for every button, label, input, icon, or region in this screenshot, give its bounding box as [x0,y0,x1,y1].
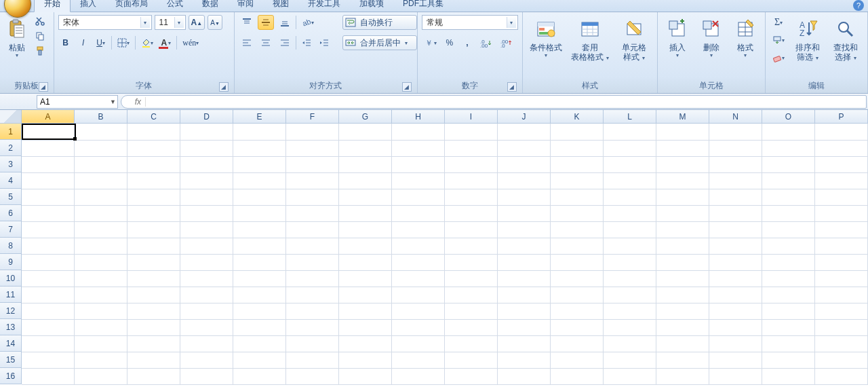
percent-button[interactable]: % [442,35,457,50]
cell[interactable] [127,352,180,368]
cell[interactable] [180,205,233,221]
cell[interactable] [180,303,233,319]
cell[interactable] [762,270,815,287]
cell[interactable] [604,221,656,238]
cell[interactable] [392,352,445,368]
conditional-format-button[interactable]: 条件格式▾ [527,15,565,60]
cell[interactable] [75,254,127,270]
cell[interactable] [656,319,709,335]
cell[interactable] [233,205,286,221]
cell[interactable] [180,172,233,189]
cell[interactable] [339,238,392,254]
cell[interactable] [233,303,286,319]
accounting-button[interactable]: ￥ ▾ [422,35,439,50]
cell[interactable] [815,254,868,270]
cell[interactable] [180,221,233,238]
cell[interactable] [498,221,551,238]
cell[interactable] [22,287,75,303]
cell[interactable] [604,303,656,319]
row-header-9[interactable]: 9 [0,254,22,270]
cell[interactable] [604,335,656,352]
cell[interactable] [180,368,233,384]
decrease-decimal-button[interactable]: .00.0 [498,35,515,50]
align-center-button[interactable] [258,35,274,50]
cell[interactable] [445,254,498,270]
cell[interactable] [445,319,498,335]
bold-button[interactable]: B [58,35,73,50]
align-right-button[interactable] [277,35,293,50]
cell[interactable] [127,205,180,221]
cell[interactable] [233,124,286,140]
cell[interactable] [551,238,604,254]
cell[interactable] [22,303,75,319]
cell[interactable] [392,319,445,335]
cell[interactable] [127,270,180,287]
fill-button[interactable]: ▾ [770,33,787,48]
cell[interactable] [75,124,127,140]
cell[interactable] [498,270,551,287]
cell[interactable] [127,335,180,352]
name-box[interactable]: A1 ▼ [37,95,118,109]
cell[interactable] [339,189,392,205]
cell[interactable] [286,140,339,156]
cell[interactable] [709,221,762,238]
formula-input[interactable] [149,96,866,107]
cell[interactable] [127,319,180,335]
cell[interactable] [233,189,286,205]
row-header-16[interactable]: 16 [0,368,22,384]
row-header-8[interactable]: 8 [0,238,22,254]
cell[interactable] [445,172,498,189]
number-launcher[interactable]: ◢ [507,82,517,92]
col-header-H[interactable]: H [392,110,445,124]
cell[interactable] [656,124,709,140]
col-header-L[interactable]: L [604,110,656,124]
copy-button[interactable] [33,30,47,42]
cell[interactable] [233,368,286,384]
cell[interactable] [604,189,656,205]
increase-indent-button[interactable] [317,35,332,50]
cell[interactable] [445,303,498,319]
cell[interactable] [656,303,709,319]
cell[interactable] [339,270,392,287]
cell[interactable] [392,221,445,238]
cell[interactable] [604,140,656,156]
format-as-table-button[interactable]: 套用表格格式 ▾ [568,15,612,65]
cell[interactable] [604,368,656,384]
cell[interactable] [392,254,445,270]
cell[interactable] [339,221,392,238]
cell[interactable] [498,172,551,189]
col-header-B[interactable]: B [75,110,127,124]
cell[interactable] [22,172,75,189]
cell[interactable] [709,172,762,189]
cell[interactable] [286,303,339,319]
cell[interactable] [286,368,339,384]
row-header-12[interactable]: 12 [0,303,22,319]
cell[interactable] [22,156,75,172]
cell[interactable] [551,124,604,140]
col-header-A[interactable]: A [22,110,75,124]
row-header-10[interactable]: 10 [0,270,22,287]
cell[interactable] [180,335,233,352]
cell[interactable] [815,205,868,221]
tab-home[interactable]: 开始 [34,0,71,12]
cell[interactable] [498,368,551,384]
col-header-O[interactable]: O [762,110,815,124]
cell[interactable] [762,254,815,270]
cell[interactable] [127,172,180,189]
cell[interactable] [233,335,286,352]
row-header-2[interactable]: 2 [0,140,22,156]
cell[interactable] [604,287,656,303]
cell[interactable] [180,156,233,172]
cell[interactable] [551,140,604,156]
cell[interactable] [551,205,604,221]
cell[interactable] [22,140,75,156]
cell[interactable] [75,270,127,287]
cell[interactable] [551,319,604,335]
tab-pagelayout[interactable]: 页面布局 [106,0,157,12]
cell[interactable] [286,205,339,221]
cell[interactable] [286,254,339,270]
cell[interactable] [286,156,339,172]
cell[interactable] [75,368,127,384]
cell[interactable] [445,156,498,172]
cell[interactable] [498,319,551,335]
